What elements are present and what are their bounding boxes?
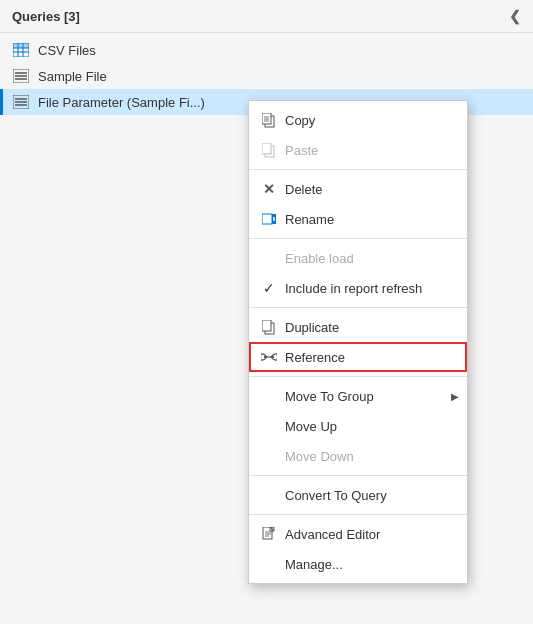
blank-icon <box>259 416 279 436</box>
menu-label: Duplicate <box>285 320 339 335</box>
menu-separator <box>249 169 467 170</box>
reference-icon <box>259 347 279 367</box>
menu-label: Move Down <box>285 449 354 464</box>
menu-item-move-up[interactable]: Move Up <box>249 411 467 441</box>
blank-icon <box>259 386 279 406</box>
submenu-arrow: ▶ <box>451 391 459 402</box>
menu-label: Enable load <box>285 251 354 266</box>
menu-label: Move Up <box>285 419 337 434</box>
menu-separator <box>249 307 467 308</box>
copy-icon <box>259 110 279 130</box>
svg-rect-5 <box>13 43 29 48</box>
sidebar-panel: Queries [3] ❮ CSV Files <box>0 0 533 624</box>
menu-label: Advanced Editor <box>285 527 380 542</box>
menu-label: Convert To Query <box>285 488 387 503</box>
menu-label: Rename <box>285 212 334 227</box>
menu-item-convert-to-query[interactable]: Convert To Query <box>249 480 467 510</box>
menu-label: Manage... <box>285 557 343 572</box>
query-item-sample-file[interactable]: Sample File <box>0 63 533 89</box>
menu-item-manage[interactable]: Manage... <box>249 549 467 579</box>
sidebar-title: Queries [3] <box>12 9 80 24</box>
menu-label: Paste <box>285 143 318 158</box>
duplicate-icon <box>259 317 279 337</box>
advanced-editor-icon <box>259 524 279 544</box>
svg-rect-21 <box>262 214 272 224</box>
table-icon <box>12 42 30 58</box>
menu-item-include-report[interactable]: ✓ Include in report refresh <box>249 273 467 303</box>
blank-icon <box>259 485 279 505</box>
query-label: CSV Files <box>38 43 96 58</box>
menu-label: Reference <box>285 350 345 365</box>
context-menu: Copy Paste ✕ Delete <box>248 100 468 584</box>
svg-rect-15 <box>262 113 271 124</box>
menu-label: Delete <box>285 182 323 197</box>
svg-point-27 <box>264 356 266 358</box>
menu-separator <box>249 238 467 239</box>
blank-icon <box>259 554 279 574</box>
query-label: File Parameter (Sample Fi...) <box>38 95 205 110</box>
query-item-csv-files[interactable]: CSV Files <box>0 37 533 63</box>
menu-item-delete[interactable]: ✕ Delete <box>249 174 467 204</box>
delete-icon: ✕ <box>259 179 279 199</box>
menu-label: Include in report refresh <box>285 281 422 296</box>
svg-point-28 <box>272 356 274 358</box>
menu-item-copy[interactable]: Copy <box>249 105 467 135</box>
blank-icon <box>259 446 279 466</box>
paste-icon <box>259 140 279 160</box>
menu-item-paste[interactable]: Paste <box>249 135 467 165</box>
menu-item-reference[interactable]: Reference <box>249 342 467 372</box>
menu-separator <box>249 376 467 377</box>
menu-label: Move To Group <box>285 389 374 404</box>
sidebar-header: Queries [3] ❮ <box>0 0 533 33</box>
menu-separator <box>249 514 467 515</box>
rename-icon <box>259 209 279 229</box>
menu-item-move-to-group[interactable]: Move To Group ▶ <box>249 381 467 411</box>
menu-item-enable-load[interactable]: Enable load <box>249 243 467 273</box>
menu-item-rename[interactable]: Rename <box>249 204 467 234</box>
menu-item-move-down[interactable]: Move Down <box>249 441 467 471</box>
menu-label: Copy <box>285 113 315 128</box>
blank-icon <box>259 248 279 268</box>
menu-item-duplicate[interactable]: Duplicate <box>249 312 467 342</box>
menu-item-advanced-editor[interactable]: Advanced Editor <box>249 519 467 549</box>
svg-rect-20 <box>262 143 271 154</box>
lines-icon <box>12 68 30 84</box>
menu-separator <box>249 475 467 476</box>
query-label: Sample File <box>38 69 107 84</box>
svg-rect-29 <box>263 527 272 539</box>
check-icon: ✓ <box>259 278 279 298</box>
svg-rect-25 <box>262 320 271 331</box>
lines-icon <box>12 94 30 110</box>
collapse-button[interactable]: ❮ <box>509 8 521 24</box>
